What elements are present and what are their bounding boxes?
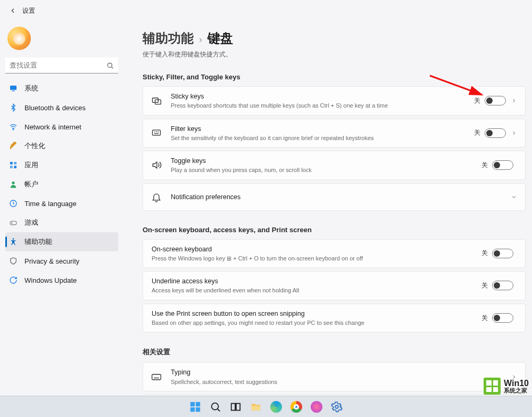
svg-rect-25	[231, 403, 235, 410]
sidebar-item-personalization[interactable]: 个性化	[5, 136, 118, 156]
bluetooth-icon	[9, 103, 18, 112]
setting-row-filter-keys[interactable]: Filter keys Set the sensitivity of the k…	[143, 119, 526, 148]
back-button[interactable]	[6, 4, 19, 17]
sticky-keys-toggle[interactable]	[485, 96, 506, 105]
toggle-state-label: 关	[478, 314, 488, 323]
watermark-tile-icon	[484, 378, 501, 395]
search-icon	[106, 62, 114, 69]
app-title: 设置	[22, 6, 35, 15]
setting-description: Press keyboard shortcuts that use multip…	[171, 102, 471, 109]
setting-title: Filter keys	[171, 125, 471, 133]
sidebar-item-bluetooth[interactable]: Bluetooth & devices	[5, 98, 118, 117]
setting-title: Notification preferences	[171, 193, 510, 201]
person-icon	[9, 179, 18, 189]
search-input[interactable]	[5, 58, 118, 73]
taskbar-start-button[interactable]	[187, 398, 204, 415]
sidebar-item-label: 系统	[24, 84, 38, 93]
shield-icon	[9, 256, 18, 266]
sidebar-item-label: Privacy & security	[24, 257, 79, 265]
taskbar	[0, 396, 532, 417]
toggle-keys-toggle[interactable]	[492, 160, 513, 170]
svg-rect-6	[10, 166, 13, 168]
sidebar-item-label: 帐户	[24, 179, 38, 189]
breadcrumb-parent[interactable]: 辅助功能	[143, 30, 194, 47]
svg-point-24	[212, 403, 219, 410]
filter-keys-icon	[151, 127, 162, 139]
svg-point-11	[13, 238, 14, 240]
sidebar-item-windows-update[interactable]: Windows Update	[5, 271, 118, 290]
chevron-down-icon[interactable]	[510, 193, 518, 201]
section-heading-osk: On-screen keyboard, access keys, and Pri…	[143, 226, 526, 234]
taskbar-settings-button[interactable]	[328, 398, 345, 415]
taskbar-edge-button[interactable]	[268, 398, 285, 415]
watermark-line1: Win10	[504, 379, 529, 388]
setting-row-print-screen-snipping[interactable]: Use the Print screen button to open scre…	[143, 304, 526, 333]
toggle-state-label: 关	[478, 281, 488, 290]
setting-description: Set the sensitivity of the keyboard so i…	[171, 134, 471, 142]
toggle-state-label: 关	[471, 128, 480, 137]
taskbar-app-button[interactable]	[308, 398, 325, 415]
related-row-typing[interactable]: Typing Spellcheck, autocorrect, text sug…	[143, 362, 526, 391]
accessibility-icon	[9, 237, 18, 247]
svg-rect-26	[236, 403, 240, 410]
setting-description: Based on other app settings, you might n…	[152, 319, 478, 326]
sidebar-nav: 系统 Bluetooth & devices Network & interne…	[5, 79, 118, 290]
setting-row-toggle-keys[interactable]: Toggle keys Play a sound when you press …	[143, 151, 526, 180]
setting-title: On-screen keyboard	[152, 245, 478, 254]
system-icon	[9, 84, 18, 93]
sidebar-item-label: Bluetooth & devices	[24, 104, 86, 112]
sidebar-item-accessibility[interactable]: 辅助功能	[5, 232, 118, 251]
taskbar-taskview-button[interactable]	[227, 398, 244, 415]
taskbar-search-button[interactable]	[207, 398, 224, 415]
sidebar-item-label: Network & internet	[24, 123, 81, 131]
sticky-keys-icon	[151, 95, 162, 107]
svg-rect-22	[190, 407, 195, 411]
chevron-right-icon: ›	[199, 34, 202, 45]
underline-access-keys-toggle[interactable]	[492, 281, 513, 290]
section-heading-related: 相关设置	[143, 347, 526, 357]
setting-row-onscreen-keyboard[interactable]: On-screen keyboard Press the Windows log…	[143, 239, 526, 268]
sidebar-item-gaming[interactable]: 游戏	[5, 213, 118, 232]
setting-title: Typing	[171, 368, 510, 377]
setting-row-notification-prefs[interactable]: Notification preferences	[143, 183, 526, 211]
svg-rect-21	[196, 402, 200, 406]
sidebar-item-accounts[interactable]: 帐户	[5, 175, 118, 194]
update-icon	[9, 275, 18, 285]
svg-rect-10	[10, 221, 16, 225]
print-screen-snipping-toggle[interactable]	[492, 313, 513, 323]
sidebar-item-label: 应用	[24, 160, 38, 170]
setting-description: Spellcheck, autocorrect, text suggestion…	[171, 378, 510, 386]
setting-description: Press the Windows logo key ⊞ + Ctrl + O …	[152, 255, 478, 262]
svg-rect-23	[196, 407, 200, 411]
toggle-state-label: 关	[478, 249, 488, 258]
sidebar-item-label: 辅助功能	[24, 237, 52, 247]
toggle-state-label: 关	[471, 96, 480, 105]
sidebar-item-time-language[interactable]: Time & language	[5, 194, 118, 213]
setting-title: Toggle keys	[171, 157, 478, 165]
toggle-state-label: 关	[478, 161, 488, 170]
svg-point-8	[12, 182, 14, 184]
svg-rect-2	[12, 91, 14, 91]
sidebar-item-privacy[interactable]: Privacy & security	[5, 251, 118, 271]
svg-rect-15	[152, 374, 161, 380]
sidebar-item-apps[interactable]: 应用	[5, 156, 118, 175]
sidebar-item-network[interactable]: Network & internet	[5, 117, 118, 136]
taskbar-explorer-button[interactable]	[247, 398, 264, 415]
setting-description: Play a sound when you press caps, num, o…	[171, 166, 478, 174]
taskbar-chrome-button[interactable]	[288, 398, 305, 415]
svg-point-28	[335, 405, 338, 408]
setting-row-underline-access-keys[interactable]: Underline access keys Access keys will b…	[143, 271, 526, 300]
svg-rect-7	[14, 166, 16, 168]
chevron-right-icon[interactable]	[510, 129, 518, 137]
chevron-right-icon[interactable]	[510, 97, 518, 104]
onscreen-keyboard-toggle[interactable]	[492, 249, 513, 258]
filter-keys-toggle[interactable]	[485, 128, 506, 138]
wifi-icon	[9, 122, 18, 132]
svg-rect-1	[10, 86, 16, 90]
user-avatar[interactable]	[7, 27, 31, 50]
setting-row-sticky-keys[interactable]: Sticky keys Press keyboard shortcuts tha…	[143, 86, 526, 116]
svg-rect-14	[153, 130, 161, 135]
bell-icon	[151, 191, 162, 203]
sidebar-item-system[interactable]: 系统	[5, 79, 118, 98]
svg-rect-4	[10, 162, 13, 165]
